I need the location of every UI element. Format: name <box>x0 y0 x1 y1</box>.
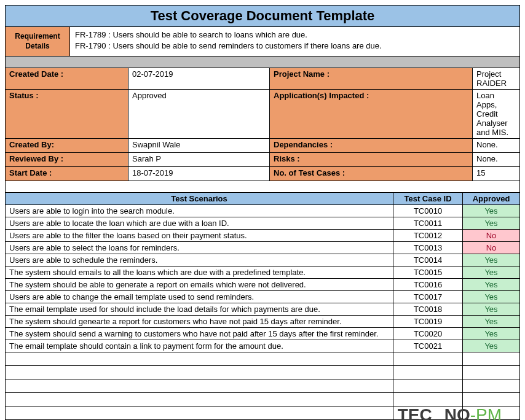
meta-label: Start Date : <box>5 167 128 181</box>
meta-label: Created Date : <box>5 68 128 90</box>
table-row: Users are able to change the email templ… <box>5 291 520 303</box>
cell-approved: Yes <box>462 316 520 328</box>
meta-value: None. <box>472 139 520 153</box>
table-row: Users are able to select the loans for r… <box>5 242 520 254</box>
table-row: The system should send a warning to cust… <box>5 328 520 340</box>
meta-value: 15 <box>472 167 520 181</box>
cell-tcid: TC0013 <box>393 242 462 254</box>
cell-scenario: Users are able to login into the search … <box>5 205 393 217</box>
cell-scenario: The email template used for should inclu… <box>5 303 393 316</box>
meta-label: Reviewed By : <box>5 153 128 167</box>
cell-approved: Yes <box>462 340 520 352</box>
cell-approved: Yes <box>462 217 520 230</box>
cell-tcid <box>393 379 462 393</box>
header-approved: Approved <box>462 193 520 205</box>
cell-approved: Yes <box>462 291 520 303</box>
meta-label: Project Name : <box>269 68 472 90</box>
cell-tcid: TC0020 <box>393 328 462 340</box>
table-body: Users are able to login into the search … <box>5 205 520 420</box>
requirement-label: Requirement Details <box>6 27 70 56</box>
cell-approved <box>462 393 520 406</box>
meta-value: Approved <box>128 90 269 139</box>
meta-label: Status : <box>5 90 128 139</box>
cell-approved: Yes <box>462 279 520 291</box>
meta-label: Dependancies : <box>269 139 472 153</box>
cell-tcid: TC0015 <box>393 266 462 279</box>
table-row-empty <box>5 379 520 393</box>
cell-approved: Yes <box>462 254 520 266</box>
metadata-grid: Created Date :02-07-2019Project Name :Pr… <box>5 68 520 181</box>
cell-tcid: TC0014 <box>393 254 462 266</box>
cell-approved <box>462 366 520 379</box>
table-row: The email template should contain a link… <box>5 340 520 352</box>
cell-approved: No <box>462 242 520 254</box>
table-row: The email template used for should inclu… <box>5 303 520 316</box>
table-row-empty <box>5 393 520 406</box>
cell-scenario <box>5 379 393 393</box>
cell-tcid: TC0018 <box>393 303 462 316</box>
meta-value: Swapnil Wale <box>128 139 269 153</box>
meta-label: No. of Test Cases : <box>269 167 472 181</box>
cell-tcid: TC0012 <box>393 230 462 242</box>
cell-tcid <box>393 366 462 379</box>
meta-value: Loan Apps, Credit Analyser and MIS. <box>472 90 520 139</box>
separator-row <box>5 56 520 68</box>
meta-label: Created By: <box>5 139 128 153</box>
cell-tcid: TC0017 <box>393 291 462 303</box>
cell-scenario <box>5 366 393 379</box>
cell-approved: No <box>462 230 520 242</box>
table-row-empty <box>5 352 520 366</box>
separator-row <box>5 181 520 193</box>
table-row: Users are able to locate the loan which … <box>5 217 520 230</box>
meta-value: None. <box>472 153 520 167</box>
cell-tcid <box>393 393 462 406</box>
cell-scenario <box>5 406 393 420</box>
requirement-line: FR-1789 : Users should be able to search… <box>75 29 515 41</box>
meta-value: Sarah P <box>128 153 269 167</box>
cell-approved: Yes <box>462 303 520 316</box>
header-scenario: Test Scenarios <box>5 193 393 205</box>
meta-value: 18-07-2019 <box>128 167 269 181</box>
cell-approved: Yes <box>462 328 520 340</box>
cell-tcid: TC0010 <box>393 205 462 217</box>
page-title: Test Coverage Document Template <box>5 5 520 27</box>
table-row: Users are able to schedule the reminders… <box>5 254 520 266</box>
meta-value: 02-07-2019 <box>128 68 269 90</box>
cell-scenario <box>5 352 393 366</box>
cell-tcid: TC0011 <box>393 217 462 230</box>
table-row: The system should emails to all the loan… <box>5 266 520 279</box>
meta-label: Application(s) Impacted : <box>269 90 472 139</box>
requirement-line: FR-1790 : Users should be able to send r… <box>75 41 515 52</box>
cell-scenario: The system should emails to all the loan… <box>5 266 393 279</box>
cell-tcid: TC0021 <box>393 340 462 352</box>
cell-tcid <box>393 406 462 420</box>
cell-tcid: TC0019 <box>393 316 462 328</box>
table-row: The system should genearte a report for … <box>5 316 520 328</box>
table-row: Users are able to the filter the loans b… <box>5 230 520 242</box>
cell-approved <box>462 406 520 420</box>
meta-label: Risks : <box>269 153 472 167</box>
meta-value: Project RAIDER <box>472 68 520 90</box>
table-row: Users are able to login into the search … <box>5 205 520 217</box>
cell-scenario: Users are able to locate the loan which … <box>5 217 393 230</box>
table-row-empty <box>5 406 520 420</box>
cell-tcid <box>393 352 462 366</box>
cell-scenario: The system should be able to generate a … <box>5 279 393 291</box>
cell-scenario: Users are able to schedule the reminders… <box>5 254 393 266</box>
cell-approved <box>462 352 520 366</box>
cell-scenario: Users are able to select the loans for r… <box>5 242 393 254</box>
cell-tcid: TC0016 <box>393 279 462 291</box>
cell-approved: Yes <box>462 205 520 217</box>
table-row: The system should be able to generate a … <box>5 279 520 291</box>
cell-approved <box>462 379 520 393</box>
cell-scenario: The email template should contain a link… <box>5 340 393 352</box>
header-tcid: Test Case ID <box>393 193 462 205</box>
cell-scenario <box>5 393 393 406</box>
cell-scenario: Users are able to change the email templ… <box>5 291 393 303</box>
requirement-content: FR-1789 : Users should be able to search… <box>70 27 519 56</box>
cell-approved: Yes <box>462 266 520 279</box>
table-row-empty <box>5 366 520 379</box>
cell-scenario: Users are able to the filter the loans b… <box>5 230 393 242</box>
table-header: Test Scenarios Test Case ID Approved <box>5 193 520 205</box>
cell-scenario: The system should send a warning to cust… <box>5 328 393 340</box>
